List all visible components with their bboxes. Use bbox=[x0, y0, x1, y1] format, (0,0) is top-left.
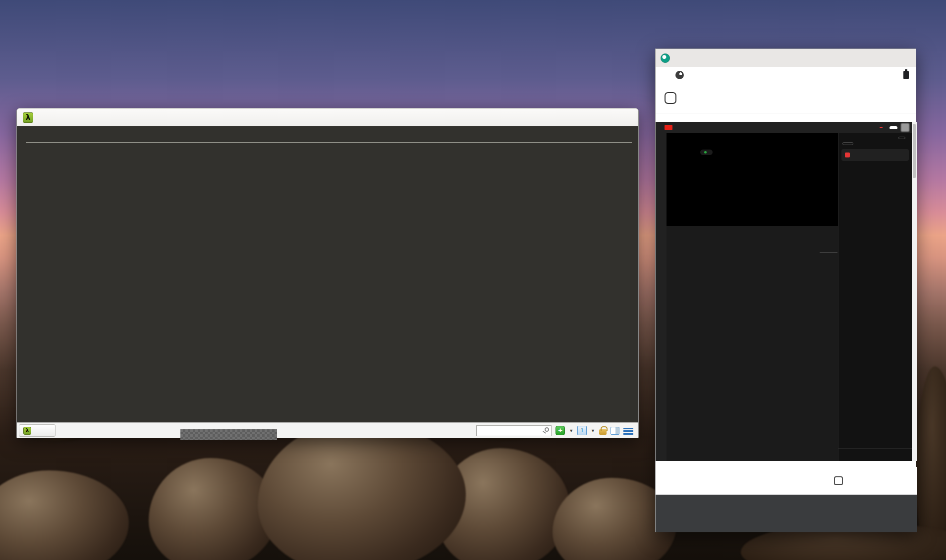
live-chat-panel bbox=[838, 133, 912, 461]
battery-icon bbox=[903, 71, 909, 79]
escrcpy-app-icon bbox=[661, 53, 670, 63]
android-nav-bar bbox=[656, 495, 917, 532]
browser-toolbar bbox=[656, 467, 917, 495]
scrollbar-thumb[interactable] bbox=[913, 124, 916, 178]
console-tab-ssh[interactable]: λ bbox=[19, 424, 56, 437]
cmder-lambda-icon: λ bbox=[23, 112, 33, 123]
page-scrollbar[interactable] bbox=[912, 122, 917, 461]
live-preview[interactable] bbox=[667, 133, 838, 226]
menu-icon[interactable] bbox=[623, 428, 633, 435]
wallpaper-rock bbox=[258, 421, 466, 560]
site-security-icon[interactable] bbox=[665, 92, 676, 104]
new-console-button[interactable]: + bbox=[556, 426, 565, 435]
terminal-output[interactable] bbox=[17, 126, 638, 422]
tab-lambda-icon: λ bbox=[23, 427, 31, 435]
youtube-studio-page bbox=[656, 122, 917, 461]
goal-button[interactable] bbox=[842, 142, 853, 145]
notification-app-icon bbox=[675, 71, 684, 79]
lock-icon[interactable] bbox=[599, 429, 607, 435]
youtube-logo-icon bbox=[665, 125, 672, 130]
cmder-statusbar: λ + ▼ 1 ▼ bbox=[17, 422, 638, 438]
scrcpy-window bbox=[655, 49, 916, 532]
studio-side-rail bbox=[656, 133, 667, 461]
end-stream-button[interactable] bbox=[890, 126, 897, 129]
stream-health-badge bbox=[700, 150, 713, 155]
pm2-table bbox=[26, 142, 632, 143]
terminal-prompt-tail bbox=[21, 154, 635, 164]
new-console-dropdown-icon[interactable]: ▼ bbox=[569, 428, 573, 433]
window-dropdown-icon[interactable]: ▼ bbox=[591, 428, 595, 433]
chat-message-list[interactable] bbox=[838, 163, 912, 448]
live-badge bbox=[880, 127, 883, 128]
search-input[interactable] bbox=[476, 425, 552, 436]
desktop-wallpaper: λ λ + ▼ 1 ▼ bbox=[0, 0, 946, 560]
chat-input-row bbox=[838, 448, 912, 461]
warning-icon bbox=[845, 153, 850, 157]
wallpaper-rock bbox=[0, 470, 129, 560]
tab-counter-button[interactable] bbox=[834, 476, 843, 485]
search-box bbox=[476, 425, 552, 436]
phone-status-bar bbox=[656, 67, 916, 83]
censored-region bbox=[180, 429, 277, 440]
top-fans-button[interactable] bbox=[898, 137, 905, 139]
window-1-button[interactable]: 1 bbox=[577, 426, 587, 435]
concurrent-viewers-chart bbox=[672, 263, 837, 447]
cmder-window: λ λ + ▼ 1 ▼ bbox=[16, 108, 639, 438]
split-view-icon[interactable] bbox=[611, 427, 619, 435]
studio-topbar bbox=[656, 122, 912, 133]
cmder-titlebar[interactable]: λ bbox=[17, 108, 638, 126]
health-dot-icon bbox=[704, 151, 707, 153]
video-thumbnail bbox=[746, 134, 807, 214]
chart-metric-selector[interactable] bbox=[820, 252, 837, 253]
chat-welcome-banner bbox=[841, 149, 909, 161]
browser-url-bar[interactable] bbox=[656, 83, 916, 113]
scrcpy-titlebar[interactable] bbox=[656, 49, 916, 67]
avatar[interactable] bbox=[901, 123, 909, 132]
search-icon bbox=[545, 427, 549, 432]
